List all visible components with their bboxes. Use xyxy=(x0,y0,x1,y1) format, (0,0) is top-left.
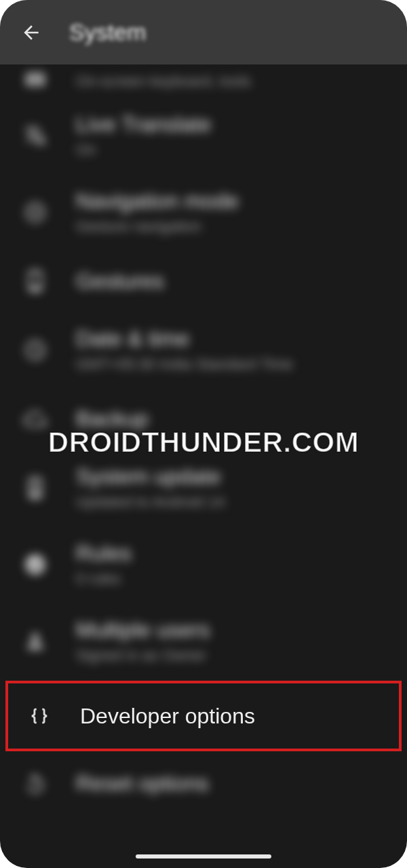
list-item-secondary: Gesture navigation xyxy=(76,218,239,235)
app-header: System xyxy=(0,0,407,64)
list-item[interactable]: Multiple users Signed in as Owner xyxy=(0,603,407,679)
list-item[interactable]: Live Translate On xyxy=(0,97,407,174)
list-item-secondary: GMT+05:30 India Standard Time xyxy=(76,356,293,373)
list-item[interactable]: Reset options xyxy=(0,753,407,814)
back-arrow-icon[interactable] xyxy=(20,22,42,43)
page-title: System xyxy=(69,19,146,45)
settings-list: On-screen keyboard, tools Live Translate… xyxy=(0,64,407,814)
clock-icon xyxy=(19,334,52,366)
list-item[interactable]: Date & time GMT+05:30 India Standard Tim… xyxy=(0,312,407,388)
list-item[interactable]: Navigation mode Gesture navigation xyxy=(0,174,407,250)
list-item[interactable]: System update Updated to Android 14 xyxy=(0,449,407,526)
list-item-label: Developer options xyxy=(80,704,255,729)
list-item[interactable]: On-screen keyboard, tools xyxy=(0,64,407,97)
list-item[interactable]: Backup xyxy=(0,388,407,449)
list-item-label: Live Translate xyxy=(76,112,211,137)
list-item-label: Gestures xyxy=(76,269,164,294)
cloud-icon xyxy=(19,402,52,435)
braces-icon xyxy=(23,700,56,732)
system-update-icon xyxy=(19,472,52,504)
person-icon xyxy=(19,625,52,658)
list-item-secondary: On xyxy=(76,141,211,159)
list-item-label: Rules xyxy=(76,541,132,566)
list-item-secondary: Updated to Android 14 xyxy=(76,493,225,511)
list-item-developer-options[interactable]: Developer options xyxy=(5,681,402,751)
phone-icon xyxy=(19,265,52,297)
list-item-label: Navigation mode xyxy=(76,189,239,214)
home-indicator[interactable] xyxy=(136,854,271,858)
list-item-label: Reset options xyxy=(76,771,209,796)
list-item-label: System update xyxy=(76,464,225,489)
translate-icon xyxy=(19,119,52,152)
list-item-label: Date & time xyxy=(76,326,293,352)
list-item-label: Multiple users xyxy=(76,618,210,643)
list-item-label: Backup xyxy=(76,407,149,432)
keyboard-icon xyxy=(19,69,52,90)
list-item-secondary: 0 rules xyxy=(76,570,132,588)
list-item-secondary: Signed in as Owner xyxy=(76,647,210,664)
list-item-secondary: On-screen keyboard, tools xyxy=(76,73,251,90)
list-item[interactable]: Gestures xyxy=(0,250,407,312)
rules-icon xyxy=(19,548,52,581)
reset-icon xyxy=(19,767,52,799)
navigation-icon xyxy=(19,196,52,229)
list-item[interactable]: Rules 0 rules xyxy=(0,526,407,603)
phone-frame: System On-screen keyboard, tools Live Tr… xyxy=(0,0,407,868)
